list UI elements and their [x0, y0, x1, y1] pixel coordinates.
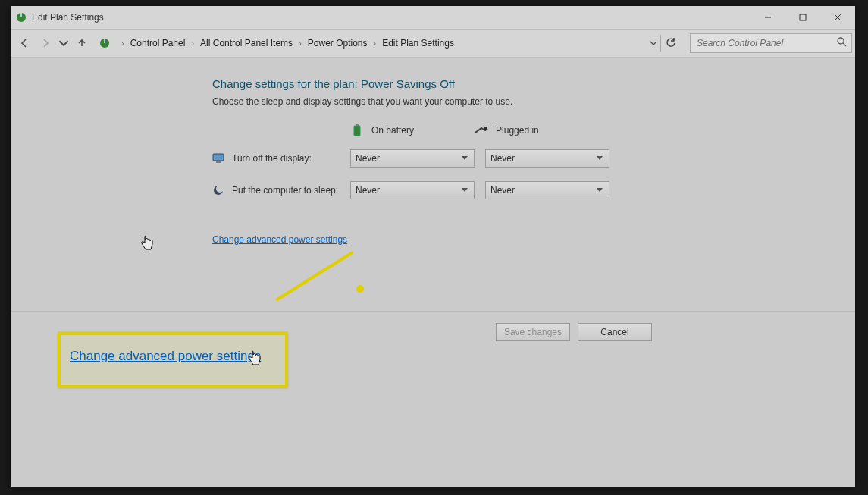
svg-rect-14: [216, 161, 221, 163]
refresh-button[interactable]: [660, 35, 681, 52]
chevron-right-icon[interactable]: ›: [186, 39, 199, 48]
sleep-battery-combo[interactable]: Never: [350, 181, 475, 199]
titlebar: Edit Plan Settings: [11, 6, 855, 30]
battery-icon: [350, 124, 364, 137]
display-battery-combo[interactable]: Never: [350, 149, 475, 168]
sleep-plugged-combo[interactable]: Never: [485, 181, 609, 199]
column-on-battery-label: On battery: [371, 125, 414, 136]
column-plugged-in: Plugged in: [475, 124, 539, 137]
chevron-right-icon[interactable]: ›: [369, 39, 381, 48]
callout-link: Change advanced power settings: [70, 349, 261, 364]
page-heading: Change settings for the plan: Power Savi…: [212, 77, 682, 90]
breadcrumb-power-options[interactable]: Power Options: [306, 38, 369, 49]
back-button[interactable]: [15, 34, 33, 52]
power-plan-icon: [15, 11, 27, 23]
row-turn-off-display: Turn off the display: Never Never: [212, 149, 682, 168]
column-plugged-in-label: Plugged in: [496, 125, 539, 136]
svg-rect-11: [356, 124, 359, 126]
callout-endpoint: [356, 285, 364, 293]
address-dropdown-button[interactable]: [647, 39, 660, 47]
svg-rect-1: [20, 13, 22, 17]
hand-cursor-icon: [139, 235, 155, 254]
close-button[interactable]: [820, 6, 855, 29]
chevron-right-icon[interactable]: ›: [294, 39, 306, 48]
row-label: Put the computer to sleep:: [232, 185, 350, 196]
forward-button[interactable]: [36, 34, 55, 52]
search-input[interactable]: [695, 37, 837, 49]
hand-cursor-icon: [247, 350, 262, 369]
svg-line-9: [843, 43, 846, 46]
svg-point-16: [216, 185, 224, 193]
address-bar: › Control Panel › All Control Panel Item…: [11, 30, 855, 58]
save-changes-button[interactable]: Save changes: [496, 323, 570, 341]
recent-locations-button[interactable]: [58, 34, 70, 52]
display-plugged-combo[interactable]: Never: [485, 149, 609, 168]
svg-rect-13: [213, 154, 224, 161]
callout-box: Change advanced power settings: [58, 332, 288, 388]
minimize-button[interactable]: [750, 6, 785, 29]
svg-point-8: [838, 38, 844, 44]
breadcrumb-control-panel[interactable]: Control Panel: [129, 38, 187, 49]
breadcrumb-bar[interactable]: › Control Panel › All Control Panel Item…: [96, 34, 681, 52]
row-label: Turn off the display:: [232, 153, 350, 164]
window-title: Edit Plan Settings: [32, 12, 104, 23]
up-button[interactable]: [73, 34, 91, 52]
callout-connector: [275, 251, 354, 302]
svg-rect-3: [800, 14, 806, 20]
breadcrumb-edit-plan[interactable]: Edit Plan Settings: [381, 38, 456, 49]
search-icon[interactable]: [837, 37, 847, 49]
svg-rect-12: [484, 127, 487, 130]
row-sleep: Put the computer to sleep: Never Never: [212, 181, 682, 199]
breadcrumb-all-items[interactable]: All Control Panel Items: [199, 38, 294, 49]
divider: [11, 311, 855, 312]
window: Edit Plan Settings: [11, 6, 855, 487]
page-subtitle: Choose the sleep and display settings th…: [212, 96, 682, 107]
power-plan-icon: [99, 37, 111, 49]
chevron-right-icon[interactable]: ›: [117, 39, 129, 48]
monitor-icon: [212, 152, 224, 164]
cancel-button[interactable]: Cancel: [578, 323, 652, 341]
maximize-button[interactable]: [785, 6, 820, 29]
svg-rect-7: [104, 39, 105, 43]
change-advanced-power-settings-link[interactable]: Change advanced power settings: [212, 234, 347, 245]
svg-rect-10: [354, 126, 360, 136]
moon-icon: [212, 184, 224, 196]
column-on-battery: On battery: [350, 124, 414, 137]
plug-icon: [475, 124, 488, 137]
search-box[interactable]: [690, 33, 852, 53]
